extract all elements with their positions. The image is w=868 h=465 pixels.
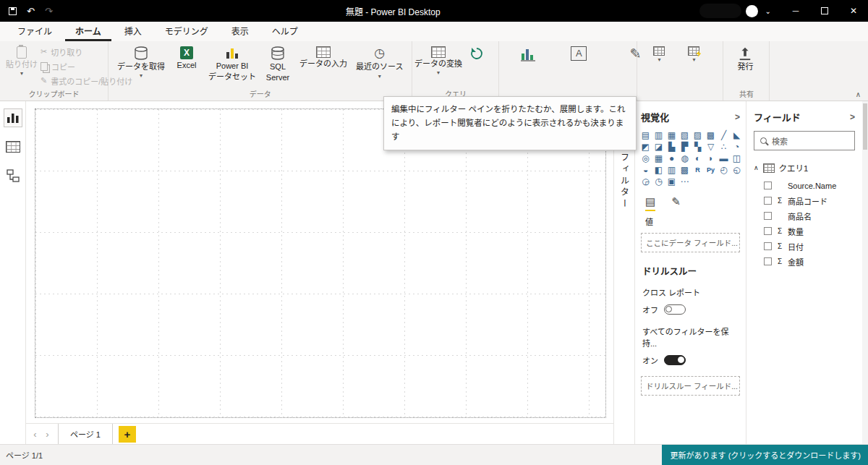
keep-filters-toggle[interactable] (664, 355, 686, 365)
donut-chart-icon[interactable]: ◎ (641, 154, 650, 163)
gauge-chart-icon[interactable]: ◗ (706, 154, 715, 163)
maximize-button[interactable] (810, 0, 839, 22)
key-influencers-icon[interactable]: ◴ (719, 166, 728, 175)
publish-button[interactable]: 発行 (729, 45, 761, 73)
field-row-商品名[interactable]: 商品名 (764, 210, 855, 222)
stacked-column-chart-icon[interactable]: ▥ (654, 131, 663, 140)
group-label-clipboard: クリップボード (0, 88, 108, 99)
slicer-icon[interactable]: ◧ (654, 166, 663, 175)
ribbon-chart-icon[interactable]: ▛ (680, 142, 689, 152)
account-chevron-icon[interactable]: ⌄ (765, 7, 771, 15)
filled-map-icon[interactable]: ◍ (680, 154, 689, 163)
line-and-stacked-column-chart-icon[interactable]: ◪ (654, 142, 663, 152)
values-field-well[interactable]: ここにデータ フィールド... (641, 233, 740, 252)
fields-tab[interactable]: ▤ (645, 195, 655, 211)
powerbi-datasets-button[interactable]: Power BI データセット (205, 45, 259, 83)
report-page[interactable] (35, 108, 606, 418)
add-page-button[interactable]: + (119, 426, 136, 443)
kpi-visual-icon[interactable]: ◒ (641, 166, 650, 175)
scrollbar-thumb[interactable] (863, 103, 867, 150)
menu-tab-ホーム[interactable]: ホーム (65, 21, 111, 41)
menu-tab-モデリング[interactable]: モデリング (155, 21, 218, 41)
python-visual-icon[interactable]: Py (706, 166, 715, 175)
collapse-fields-icon[interactable]: > (850, 112, 855, 122)
model-view-button[interactable] (4, 166, 22, 185)
stacked-bar-chart-icon[interactable]: ▤ (641, 131, 650, 140)
new-visual-button[interactable] (512, 45, 544, 64)
field-row-Source.Name[interactable]: Source.Name (764, 179, 855, 192)
close-button[interactable]: ✕ (839, 0, 868, 22)
pie-chart-icon[interactable]: ◔ (732, 142, 741, 152)
field-checkbox[interactable] (764, 212, 772, 220)
recent-sources-button[interactable]: ◷ 最近のソース ▾ (353, 45, 406, 81)
more-visuals-icon[interactable]: ⋯ (680, 177, 689, 187)
r-script-visual-icon[interactable]: R (693, 166, 702, 175)
save-icon[interactable] (9, 7, 17, 15)
100-stacked-column-chart-icon[interactable]: ▩ (706, 131, 715, 140)
field-checkbox[interactable] (764, 227, 772, 235)
field-checkbox[interactable] (764, 257, 772, 265)
funnel-chart-icon[interactable]: ▽ (706, 142, 715, 152)
clustered-bar-chart-icon[interactable]: ▦ (667, 131, 676, 140)
field-checkbox[interactable] (764, 197, 772, 205)
table-node-query1[interactable]: ∧ クエリ1 (754, 162, 855, 174)
quick-measure-button[interactable]: ▾ (678, 45, 710, 64)
search-input[interactable]: 検索 (754, 131, 855, 150)
avatar[interactable] (746, 5, 758, 17)
menu-tab-挿入[interactable]: 挿入 (114, 21, 152, 41)
table-visual-icon[interactable]: ▥ (667, 166, 676, 175)
smart-narrative-icon[interactable]: ◷ (654, 177, 663, 187)
card-visual-icon[interactable]: ▬ (719, 154, 728, 163)
transform-data-button[interactable]: データの変換 ▾ (418, 45, 458, 77)
clustered-column-chart-icon[interactable]: ▧ (680, 131, 689, 140)
menu-tab-ヘルプ[interactable]: ヘルプ (262, 21, 308, 41)
group-label-data: データ (109, 88, 412, 99)
collapse-table-icon[interactable]: ∧ (754, 164, 759, 171)
menu-tab-ファイル[interactable]: ファイル (7, 21, 62, 41)
menu-tab-表示[interactable]: 表示 (221, 21, 259, 41)
decomposition-tree-icon[interactable]: ◵ (732, 166, 741, 175)
report-view-button[interactable] (4, 108, 22, 127)
scatter-chart-icon[interactable]: ∴ (719, 142, 728, 152)
paginated-report-icon[interactable]: ▣ (667, 177, 676, 187)
line-chart-icon[interactable]: ╱ (719, 131, 728, 140)
new-measure-button[interactable]: ▾ (643, 45, 675, 64)
get-data-button[interactable]: データを取得 ▾ (114, 45, 168, 80)
qna-visual-icon[interactable]: ◶ (641, 177, 650, 187)
next-page-arrow[interactable]: › (41, 426, 54, 442)
prev-page-arrow[interactable]: ‹ (29, 426, 41, 442)
matrix-visual-icon[interactable]: ▩ (680, 166, 689, 175)
undo-icon[interactable]: ↶ (27, 7, 35, 16)
page-tab[interactable]: ページ 1 (58, 424, 113, 445)
treemap-chart-icon[interactable]: ▦ (654, 154, 663, 163)
minimize-button[interactable]: ─ (781, 0, 810, 22)
cut-icon: ✂ (41, 47, 47, 56)
field-row-商品コード[interactable]: Σ商品コード (764, 195, 855, 207)
map-icon[interactable]: ● (667, 154, 676, 163)
collapse-visualizations-icon[interactable]: > (735, 112, 740, 122)
text-box-button[interactable]: A (563, 45, 595, 62)
stacked-area-chart-icon[interactable]: ◩ (641, 142, 650, 152)
refresh-button[interactable] (461, 45, 493, 62)
drillthrough-field-well[interactable]: ドリルスルー フィールド... (641, 376, 740, 396)
cross-report-toggle[interactable] (664, 304, 686, 315)
waterfall-chart-icon[interactable]: ▚ (693, 142, 702, 152)
collapse-ribbon-icon[interactable]: ∧ (856, 90, 861, 98)
line-and-clustered-column-chart-icon[interactable]: ▙ (667, 142, 676, 152)
100-stacked-bar-chart-icon[interactable]: ▨ (693, 131, 702, 140)
multi-row-card-icon[interactable]: ◫ (732, 154, 741, 163)
enter-data-button[interactable]: データの入力 (297, 45, 350, 70)
format-tab[interactable]: ✎ (671, 195, 681, 211)
area-chart-icon[interactable]: ◣ (732, 131, 741, 140)
shape-map-icon[interactable]: ◐ (693, 154, 702, 163)
field-row-数量[interactable]: Σ数量 (764, 225, 855, 237)
field-row-金額[interactable]: Σ金額 (764, 255, 855, 268)
field-checkbox[interactable] (764, 242, 772, 250)
excel-button[interactable]: X Excel (171, 45, 203, 72)
sql-server-button[interactable]: SQL Server (262, 45, 294, 84)
update-notification[interactable]: 更新があります (クリックするとダウンロードします) (662, 445, 868, 465)
field-checkbox[interactable] (764, 182, 772, 189)
fields-scrollbar[interactable] (862, 101, 868, 444)
field-row-日付[interactable]: Σ日付 (764, 240, 855, 252)
data-view-button[interactable] (4, 137, 22, 156)
